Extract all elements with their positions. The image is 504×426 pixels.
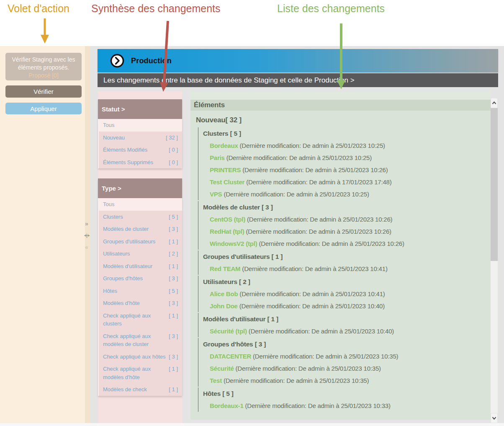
category-title: Groupes d'hôtes [ 3 ]	[198, 338, 491, 350]
element-row: RedHat (tpl) (Dernière modification: De …	[198, 225, 491, 238]
orange-arrow-icon	[41, 18, 49, 44]
type-filter-row[interactable]: Groupes d'hôtes[ 3 ]	[99, 272, 182, 285]
type-filter-count: [ 1 ]	[169, 312, 178, 320]
type-filter-row[interactable]: Modèles d'utilisateur[ 1 ]	[99, 260, 182, 273]
chevron-up-icon	[492, 101, 496, 105]
apply-button[interactable]: Appliquer	[5, 103, 82, 114]
scrollbar-thumb[interactable]	[491, 108, 498, 261]
type-filter-count: [ 5 ]	[169, 213, 178, 221]
element-row: CentOS (tpl) (Dernière modification: De …	[198, 213, 491, 225]
element-link[interactable]: PRINTERS	[210, 166, 241, 173]
statut-filter-label: Éléments Modifiés	[103, 146, 147, 154]
type-filter-count: [ 2 ]	[169, 250, 178, 258]
element-row: Paris (Dernière modification: De admin à…	[198, 152, 491, 164]
element-meta: (Dernière modification: De admin à 25/01…	[241, 166, 388, 173]
element-link[interactable]: WindowsV2 (tpl)	[210, 240, 257, 247]
element-meta: (Dernière modification: De admin à 25/01…	[257, 240, 404, 247]
statut-filter-row[interactable]: Éléments Modifiés[ 0 ]	[99, 144, 182, 156]
scroll-down-button[interactable]	[491, 413, 498, 423]
verify-button[interactable]: Vérifier	[5, 85, 82, 98]
collapse-pane-icon[interactable]: «	[82, 243, 91, 251]
type-filter-count: [ 1 ]	[169, 365, 178, 373]
category-block: Groupes d'hôtes [ 3 ]DATACENTER (Dernièr…	[198, 338, 491, 387]
type-filter-label: Modèles d'hôte	[103, 299, 140, 307]
pane-resize-controls: » +|+ «	[82, 220, 91, 255]
element-link[interactable]: Test	[210, 377, 222, 384]
elements-panel-top-strip	[190, 91, 491, 100]
statut-filter-label: Tous	[103, 121, 114, 129]
element-link[interactable]: Paris	[210, 154, 225, 161]
element-row: Alice Bob (Dernière modification: De adm…	[198, 288, 491, 300]
annotation-action-pane: Volet d'action	[8, 3, 69, 15]
type-filter-label: Modèles de check	[103, 385, 147, 394]
statut-filter-row[interactable]: Nouveau[ 32 ]	[99, 132, 182, 144]
statut-filter-row[interactable]: Tous	[99, 119, 182, 132]
changes-subtitle-bar[interactable]: Les changements entre la base de données…	[98, 73, 498, 87]
element-link[interactable]: Test Cluster	[210, 178, 244, 186]
type-filter-count: [ 1 ]	[169, 385, 178, 394]
type-filter-row[interactable]: Modèles de cluster[ 3 ]	[99, 223, 182, 235]
type-filter-row[interactable]: Groupes d'utilisateurs[ 1 ]	[99, 235, 182, 248]
element-meta: (Dernière modification: De admin à 25/01…	[244, 228, 391, 235]
element-meta: (Dernière modification: De admin à 25/01…	[240, 265, 387, 272]
type-filter-row[interactable]: Tous	[99, 198, 182, 211]
type-filter-row[interactable]: Check appliqué aux modèles d'hôte[ 1 ]	[99, 363, 182, 383]
statut-filter-header[interactable]: Statut >	[98, 99, 182, 119]
element-link[interactable]: CentOS (tpl)	[210, 216, 245, 223]
expand-pane-icon[interactable]: »	[82, 220, 91, 227]
propose-line1: Vérifier Staging avec les	[8, 56, 79, 64]
element-link[interactable]: Sécurité	[210, 365, 234, 372]
element-meta: (Dernière modification: De admin à 17/01…	[244, 178, 391, 186]
category-block: Modèles d'utilisateur [ 1 ]Sécurité (tpl…	[198, 313, 491, 337]
element-row: VPS (Dernière modification: De admin à 2…	[198, 188, 491, 200]
type-filter-count: [ 1 ]	[169, 262, 178, 271]
chevron-down-icon	[492, 416, 496, 420]
category-title: Modèles de cluster [ 3 ]	[198, 201, 491, 213]
type-filter-row[interactable]: Hôtes[ 5 ]	[99, 285, 182, 297]
type-filter-row[interactable]: Modèles de check[ 1 ]	[99, 383, 182, 396]
type-filter-label: Clusters	[103, 213, 123, 221]
type-filter-row[interactable]: Check appliqué aux hôtes[ 3 ]	[99, 351, 182, 363]
propose-badge: Proposé [0]	[8, 72, 79, 80]
statut-filter-count: [ 32 ]	[166, 134, 178, 142]
type-filter-row[interactable]: Clusters[ 5 ]	[99, 211, 182, 223]
element-link[interactable]: Bordeaux	[210, 142, 238, 149]
element-meta: (Dernière modification: De admin à 25/01…	[251, 353, 398, 360]
type-filter-count: [ 3 ]	[169, 274, 178, 283]
category-block: Hôtes [ 5 ]Bordeaux-1 (Dernière modifica…	[198, 387, 491, 412]
type-filter-row[interactable]: Modèles d'hôte[ 3 ]	[99, 297, 182, 310]
element-link[interactable]: John Doe	[210, 302, 238, 310]
resize-handle-icon[interactable]: +|+	[82, 232, 91, 239]
scroll-up-button[interactable]	[491, 98, 498, 108]
scrollbar-track[interactable]	[491, 98, 498, 423]
type-filter-header[interactable]: Type >	[98, 178, 182, 198]
type-filter-list: TousClusters[ 5 ]Modèles de cluster[ 3 ]…	[98, 198, 182, 396]
element-link[interactable]: RedHat (tpl)	[210, 228, 244, 235]
production-header: Production	[98, 49, 498, 72]
element-link[interactable]: Red TEAM	[210, 265, 240, 272]
element-meta: (Dernière modification: De admin à 25/01…	[222, 191, 369, 198]
page: Volet d'action Synthèse des changements …	[0, 0, 504, 426]
type-filter-label: Groupes d'utilisateurs	[103, 238, 155, 246]
category-block: Groupes d'utilisateurs [ 1 ]Red TEAM (De…	[198, 250, 491, 275]
category-block: Modèles de cluster [ 3 ]CentOS (tpl) (De…	[198, 201, 491, 250]
element-link[interactable]: Bordeaux-1	[210, 402, 244, 409]
type-filter-label: Modèles de cluster	[103, 225, 149, 233]
element-meta: (Dernière modification: De admin à 25/01…	[238, 302, 385, 310]
elements-header: Éléments	[190, 100, 491, 111]
element-link[interactable]: Sécurité (tpl)	[210, 328, 247, 335]
chevron-circle-icon[interactable]	[110, 54, 124, 68]
propose-button[interactable]: Vérifier Staging avec les éléments propo…	[5, 53, 82, 80]
statut-filter-row[interactable]: Éléments Supprimés[ 0 ]	[99, 156, 182, 169]
category-title: Clusters [ 5 ]	[198, 127, 491, 139]
type-filter-row[interactable]: Check appliqué aux clusters[ 1 ]	[99, 310, 182, 330]
category-title: Modèles d'utilisateur [ 1 ]	[198, 313, 491, 325]
category-block: Utilisateurs [ 2 ]Alice Bob (Dernière mo…	[198, 276, 491, 312]
type-filter-row[interactable]: Check appliqué aux modèles de cluster[ 3…	[99, 330, 182, 351]
element-link[interactable]: VPS	[210, 191, 222, 198]
element-link[interactable]: DATACENTER	[210, 353, 251, 360]
element-link[interactable]: Alice Bob	[210, 290, 238, 297]
type-filter-row[interactable]: Utilisateurs[ 2 ]	[99, 248, 182, 260]
element-meta: (Dernière modification: De admin à 25/01…	[238, 142, 385, 149]
element-meta: (Dernière modification: De admin à 25/01…	[225, 154, 372, 161]
